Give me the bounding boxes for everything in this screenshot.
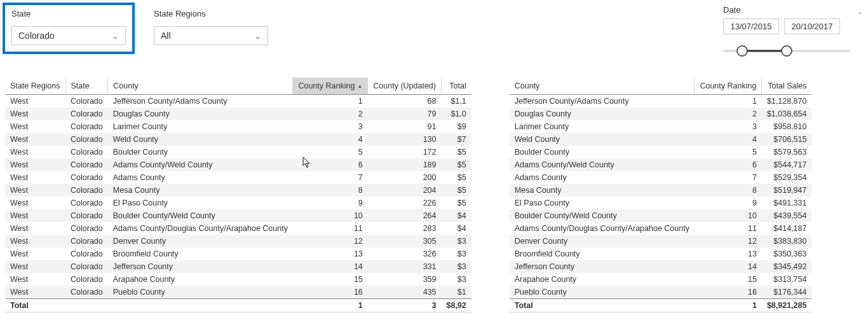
col-header-total[interactable]: Total <box>441 78 471 95</box>
region-slicer[interactable]: State Regions All ⌄ <box>147 5 275 52</box>
table-row[interactable]: WestColoradoAdams County7200$5 <box>5 171 471 184</box>
date-slider[interactable] <box>723 42 850 60</box>
cell-ranking: 7 <box>293 171 368 184</box>
cell-county: Douglas County <box>510 108 695 120</box>
cell-total: $3 <box>441 248 471 260</box>
chevron-down-icon[interactable]: ⌄ <box>857 8 863 16</box>
slider-handle-start[interactable] <box>736 45 748 57</box>
cell-total-sales: $439,554 <box>762 209 812 222</box>
cell-total-sales: $383,830 <box>762 235 812 248</box>
cell-county: Jefferson County <box>108 260 293 273</box>
table-row[interactable]: WestColoradoMesa County8204$5 <box>5 184 471 197</box>
region-dropdown[interactable]: All ⌄ <box>154 26 268 45</box>
table-row[interactable]: WestColoradoArapahoe County15359$3 <box>5 273 471 286</box>
cell-county: El Paso County <box>108 197 293 209</box>
table-row[interactable]: Douglas County2$1,038,654 <box>510 108 812 120</box>
cell-county: Adams County/Weld County <box>108 158 293 171</box>
cell-ranking: 8 <box>695 184 762 197</box>
cell-total-ranking: 1 <box>293 299 368 312</box>
tables-area: State Regions State County County Rankin… <box>5 78 863 312</box>
cell-state: Colorado <box>65 248 108 260</box>
table-row[interactable]: WestColoradoJefferson County14331$3 <box>5 260 471 273</box>
table-row[interactable]: Arapahoe County15$313,754 <box>510 273 812 286</box>
state-slicer[interactable]: State Colorado ⌄ <box>5 5 132 52</box>
cell-region: West <box>5 235 65 248</box>
cell-total: $5 <box>441 197 471 209</box>
col-header-region[interactable]: State Regions <box>5 78 65 95</box>
cell-total-ranking: 1 <box>695 299 762 312</box>
cell-total-sales: $345,492 <box>762 260 812 273</box>
table-row[interactable]: Jefferson County/Adams County1$1,128,870 <box>510 95 812 108</box>
table-row[interactable]: Pueblo County16$176,344 <box>510 286 812 299</box>
cell-state: Colorado <box>65 260 108 273</box>
cell-total-sales: $491,331 <box>762 197 812 209</box>
table-2[interactable]: County County Ranking Total Sales Jeffer… <box>510 78 812 312</box>
table-1[interactable]: State Regions State County County Rankin… <box>5 78 471 312</box>
table-row[interactable]: WestColoradoLarimer County391$9 <box>5 120 471 133</box>
cell-region: West <box>5 108 65 120</box>
table-row[interactable]: Adams County7$529,354 <box>510 171 812 184</box>
cell-county: Jefferson County/Adams County <box>510 95 695 108</box>
cell-region: West <box>5 158 65 171</box>
cell-total: $3 <box>441 273 471 286</box>
cell-ranking: 1 <box>293 95 368 108</box>
table-row[interactable]: WestColoradoBoulder County5172$5 <box>5 146 471 158</box>
table-row[interactable]: WestColoradoPueblo County16435$1 <box>5 286 471 299</box>
table-row[interactable]: Weld County4$706,515 <box>510 133 812 146</box>
cell-ranking: 15 <box>695 273 762 286</box>
table-row[interactable]: Boulder County/Weld County10$439,554 <box>510 209 812 222</box>
cell-total: $4 <box>441 209 471 222</box>
col-header-county[interactable]: County <box>108 78 293 95</box>
cell-county: Arapahoe County <box>108 273 293 286</box>
table-row[interactable]: WestColoradoBroomfield County13326$3 <box>5 248 471 260</box>
cell-ranking: 11 <box>695 222 762 235</box>
cell-region: West <box>5 273 65 286</box>
table-row[interactable]: Mesa County8$519,947 <box>510 184 812 197</box>
cell-total-sales: $544,717 <box>762 158 812 171</box>
cell-updated: 435 <box>368 286 442 299</box>
table-row[interactable]: Jefferson County14$345,492 <box>510 260 812 273</box>
table-row[interactable]: Boulder County5$579,563 <box>510 146 812 158</box>
date-from-input[interactable]: 13/07/2015 <box>723 18 779 34</box>
cell-total-label: Total <box>5 299 65 312</box>
cell-county: Broomfield County <box>510 248 695 260</box>
cell-ranking: 6 <box>293 158 368 171</box>
cell-ranking: 13 <box>695 248 762 260</box>
date-to-input[interactable]: 20/10/2017 <box>784 18 840 34</box>
cell-county: Pueblo County <box>108 286 293 299</box>
table-row[interactable]: WestColoradoBoulder County/Weld County10… <box>5 209 471 222</box>
cell-state: Colorado <box>65 158 108 171</box>
chevron-down-icon: ⌄ <box>112 31 119 41</box>
cell-updated: 204 <box>368 184 442 197</box>
col-header-updated[interactable]: County (Updated) <box>368 78 442 95</box>
table-row[interactable]: WestColoradoAdams County/Douglas County/… <box>5 222 471 235</box>
slider-handle-end[interactable] <box>781 45 792 57</box>
table-row[interactable]: Broomfield County13$350,363 <box>510 248 812 260</box>
table-row[interactable]: WestColoradoDouglas County279$1,0 <box>5 108 471 120</box>
col-header-county[interactable]: County <box>510 78 695 95</box>
cell-ranking: 2 <box>695 108 762 120</box>
state-dropdown[interactable]: Colorado ⌄ <box>11 26 126 45</box>
table-row[interactable]: Larimer County3$958,810 <box>510 120 812 133</box>
filter-bar: State Colorado ⌄ State Regions All ⌄ Dat… <box>5 5 863 60</box>
col-header-state[interactable]: State <box>65 78 108 95</box>
table-row[interactable]: WestColoradoWeld County4130$7 <box>5 133 471 146</box>
table-row[interactable]: Adams County/Douglas County/Arapahoe Cou… <box>510 222 812 235</box>
table-row[interactable]: WestColoradoAdams County/Weld County6189… <box>5 158 471 171</box>
col-header-ranking[interactable]: County Ranking <box>695 78 762 95</box>
table-row[interactable]: WestColoradoJefferson County/Adams Count… <box>5 95 471 108</box>
table-row[interactable]: WestColoradoEl Paso County9226$5 <box>5 197 471 209</box>
table-row[interactable]: El Paso County9$491,331 <box>510 197 812 209</box>
table-row[interactable]: WestColoradoDenver County12305$3 <box>5 235 471 248</box>
date-slicer[interactable]: Date ⌄ 13/07/2015 20/10/2017 <box>723 5 863 60</box>
cell-updated: 305 <box>368 235 442 248</box>
cell-ranking: 4 <box>293 133 368 146</box>
cell-ranking: 10 <box>695 209 762 222</box>
table-2-header-row: County County Ranking Total Sales <box>510 78 812 95</box>
col-header-ranking[interactable]: County Ranking <box>293 78 368 95</box>
cell-updated: 331 <box>368 260 442 273</box>
col-header-total-sales[interactable]: Total Sales <box>762 78 812 95</box>
table-row[interactable]: Adams County/Weld County6$544,717 <box>510 158 812 171</box>
table-row[interactable]: Denver County12$383,830 <box>510 235 812 248</box>
cell-total: $5 <box>441 146 471 158</box>
